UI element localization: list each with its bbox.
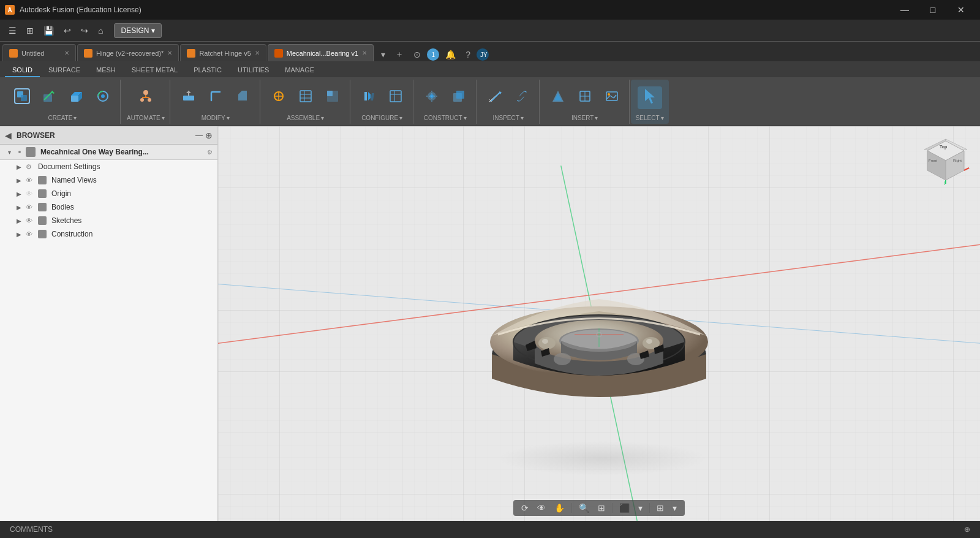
comments-label: COMMENTS <box>10 525 53 534</box>
home-button[interactable]: ⌂ <box>94 23 107 38</box>
insert-mesh-icon <box>578 89 592 105</box>
tab-profile-button[interactable]: JY <box>477 48 489 61</box>
automate-button[interactable] <box>134 86 158 109</box>
measure-icon <box>488 89 502 105</box>
tab-close-ratchet[interactable]: ✕ <box>255 50 260 56</box>
tab-user-button[interactable]: 1 <box>427 48 439 61</box>
browser-settings-button[interactable]: ⊕ <box>205 131 213 140</box>
tree-item-bodies[interactable]: ▶ 👁 Bodies <box>0 200 217 214</box>
configure-table-button[interactable] <box>383 88 408 107</box>
joint-button[interactable] <box>266 88 291 107</box>
fillet-button[interactable] <box>203 88 228 107</box>
insert-decal-button[interactable] <box>546 88 570 107</box>
pan-button[interactable]: ✋ <box>551 501 568 515</box>
tree-root-item[interactable]: ▾ Mecahnical One Way Bearing... ⚙ <box>0 145 217 160</box>
display-mode-button[interactable]: ⬛ <box>616 501 633 515</box>
press-pull-button[interactable] <box>176 88 201 107</box>
sketches-vis-icon: 👁 <box>26 217 36 224</box>
insert-image-button[interactable] <box>600 88 624 107</box>
construct-offset-button[interactable] <box>447 88 471 107</box>
ribbon-group-modify: MODIFY ▾ <box>172 80 260 124</box>
display-settings-button[interactable]: ▾ <box>635 501 646 515</box>
browser-content: ▾ Mecahnical One Way Bearing... ⚙ ▶ ⚙ Do… <box>0 145 217 521</box>
tab-close-hinge[interactable]: ✕ <box>167 50 172 56</box>
new-tab-button[interactable]: ＋ <box>391 48 407 61</box>
sketches-folder-icon <box>38 216 47 225</box>
ribbon-tab-utilities[interactable]: UTILITIES <box>230 64 276 77</box>
window-controls[interactable]: — □ ✕ <box>891 0 975 20</box>
ribbon-tab-solid[interactable]: SOLID <box>5 64 40 77</box>
construct-button[interactable] <box>420 88 444 107</box>
viewport[interactable]: x y Top Right Front ⟳ 👁 ✋ 🔍 ⊞ ⬛ ▾ ⊞ ▾ <box>218 126 980 521</box>
tab-notifications-button[interactable]: 🔔 <box>442 48 459 61</box>
tab-close-bearing[interactable]: ✕ <box>362 50 367 56</box>
save-button[interactable]: 💾 <box>40 23 58 38</box>
ribbon-tab-surface[interactable]: SURFACE <box>41 64 88 77</box>
tab-overflow-button[interactable]: ▾ <box>377 48 389 61</box>
tab-bearing[interactable]: Mecahnical...Bearing v1 ✕ <box>268 44 374 61</box>
inspect-link-button[interactable] <box>510 88 534 107</box>
assemble-dropdown-icon: ▾ <box>321 115 324 121</box>
grid-settings-button[interactable]: ▾ <box>669 501 680 515</box>
construct-label: CONSTRUCT ▾ <box>424 115 467 121</box>
tree-item-document-settings[interactable]: ▶ ⚙ Document Settings <box>0 160 217 173</box>
doc-settings-label: Document Settings <box>38 162 213 171</box>
minimize-button[interactable]: — <box>891 0 919 20</box>
insert-mesh-button[interactable] <box>573 88 597 107</box>
tab-untitled[interactable]: Untitled ✕ <box>2 44 76 61</box>
vp-divider-2 <box>612 503 612 513</box>
assemble-table-button[interactable] <box>293 88 318 107</box>
grid-button[interactable]: ⊞ <box>654 501 667 515</box>
tab-hinge[interactable]: Hinge (v2~recovered)* ✕ <box>77 44 179 61</box>
bodies-vis-icon: 👁 <box>26 203 36 211</box>
origin-label: Origin <box>51 189 213 198</box>
tab-ratchet[interactable]: Ratchet Hinge v5 ✕ <box>180 44 266 61</box>
look-at-button[interactable]: 👁 <box>534 501 549 515</box>
status-settings-button[interactable]: ⊕ <box>962 524 973 535</box>
select-button[interactable] <box>638 86 662 109</box>
revolve-button[interactable] <box>91 88 115 107</box>
measure-button[interactable] <box>483 88 507 107</box>
tree-item-origin[interactable]: ▶ 👁 Origin <box>0 187 217 200</box>
maximize-button[interactable]: □ <box>919 0 947 20</box>
tab-label-hinge: Hinge (v2~recovered)* <box>96 50 164 57</box>
root-item-label: Mecahnical One Way Bearing... <box>40 148 205 156</box>
chamfer-button[interactable] <box>230 88 255 107</box>
svg-text:Top: Top <box>940 145 947 150</box>
tab-online-button[interactable]: ⊙ <box>410 48 424 61</box>
zoom-fit-button[interactable]: ⊞ <box>595 501 608 515</box>
tab-help-button[interactable]: ? <box>462 48 474 61</box>
tree-item-named-views[interactable]: ▶ 👁 Named Views <box>0 173 217 187</box>
extrude-button[interactable] <box>64 88 88 107</box>
sketch-button[interactable] <box>37 88 61 107</box>
orbit-button[interactable]: ⟳ <box>518 501 532 515</box>
insert-decal-icon <box>551 89 565 105</box>
ribbon-tab-manage[interactable]: MANAGE <box>277 64 322 77</box>
undo-button[interactable]: ↩ <box>60 23 75 38</box>
new-component-button[interactable] <box>10 86 34 109</box>
browser-collapse-button[interactable]: — <box>195 131 203 140</box>
insert-label: INSERT ▾ <box>571 115 598 121</box>
design-dropdown[interactable]: DESIGN ▾ <box>114 23 162 38</box>
view-cube[interactable]: x y Top Right Front <box>921 136 970 185</box>
assemble-buttons <box>266 82 345 113</box>
tab-close-untitled[interactable]: ✕ <box>64 50 69 56</box>
ribbon-tab-mesh[interactable]: MESH <box>89 64 123 77</box>
close-button[interactable]: ✕ <box>947 0 975 20</box>
automate-buttons <box>134 82 158 113</box>
new-button[interactable]: ⊞ <box>23 23 37 38</box>
ribbon-tab-sheetmetal[interactable]: SHEET METAL <box>124 64 185 77</box>
menu-button[interactable]: ☰ <box>5 23 20 38</box>
tree-item-construction[interactable]: ▶ 👁 Construction <box>0 227 217 241</box>
doc-settings-vis-icon: ⚙ <box>26 163 36 171</box>
ribbon-tab-plastic[interactable]: PLASTIC <box>186 64 229 77</box>
svg-text:x: x <box>970 165 970 170</box>
sidebar: ◀ BROWSER — ⊕ ▾ Mecahnical One Way Beari… <box>0 126 218 521</box>
zoom-button[interactable]: 🔍 <box>576 501 592 515</box>
comments-button[interactable]: COMMENTS <box>7 524 55 535</box>
svg-marker-17 <box>186 91 191 93</box>
tree-item-sketches[interactable]: ▶ 👁 Sketches <box>0 214 217 227</box>
configure-button[interactable] <box>356 88 381 107</box>
redo-button[interactable]: ↪ <box>77 23 92 38</box>
assemble-misc-button[interactable] <box>320 88 345 107</box>
